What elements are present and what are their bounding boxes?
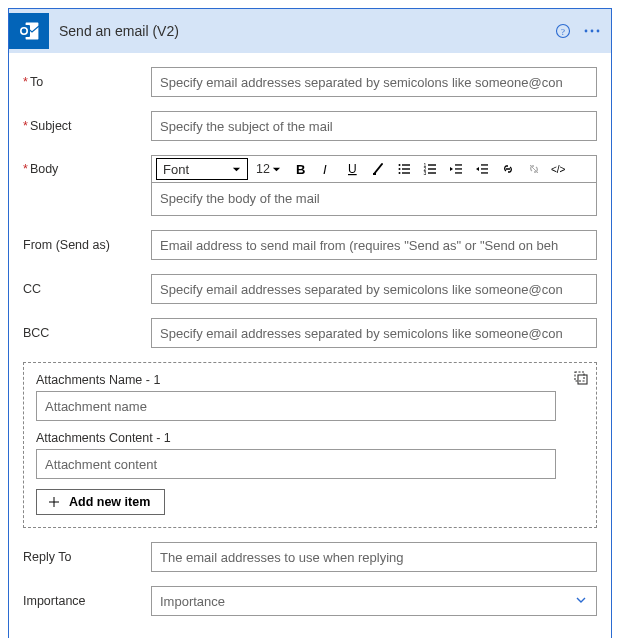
card-header: Send an email (V2) ? (9, 9, 611, 53)
svg-rect-31 (575, 372, 584, 381)
attachment-name-input[interactable] (36, 391, 556, 421)
svg-point-8 (597, 30, 600, 33)
outlook-icon (9, 13, 49, 49)
rich-text-editor: Font 12 B I U 123 (151, 155, 597, 216)
svg-rect-32 (578, 375, 587, 384)
attachments-group: Attachments Name - 1 Attachments Content… (23, 362, 597, 528)
bullet-list-icon[interactable] (393, 158, 415, 180)
link-icon[interactable] (497, 158, 519, 180)
field-from: From (Send as) (23, 230, 597, 260)
field-importance: Importance Importance (23, 586, 597, 616)
italic-icon[interactable]: I (315, 158, 337, 180)
svg-text:3: 3 (423, 170, 426, 176)
svg-rect-17 (402, 172, 410, 173)
label-subject: Subject (23, 112, 151, 140)
add-new-item-button[interactable]: Add new item (36, 489, 165, 515)
help-icon[interactable]: ? (555, 23, 571, 39)
svg-rect-15 (402, 168, 410, 169)
svg-rect-23 (428, 172, 436, 173)
label-importance: Importance (23, 587, 151, 615)
bold-icon[interactable]: B (289, 158, 311, 180)
field-to: To (23, 67, 597, 97)
font-select[interactable]: Font (156, 158, 248, 180)
svg-rect-29 (481, 172, 488, 173)
input-bcc[interactable] (151, 318, 597, 348)
underline-icon[interactable]: U (341, 158, 363, 180)
label-bcc: BCC (23, 319, 151, 347)
svg-point-16 (398, 172, 400, 174)
input-to[interactable] (151, 67, 597, 97)
input-subject[interactable] (151, 111, 597, 141)
svg-rect-25 (455, 168, 462, 169)
svg-point-6 (585, 30, 588, 33)
font-select-label: Font (163, 162, 189, 177)
svg-text:</>: </> (551, 164, 566, 175)
field-replyto: Reply To (23, 542, 597, 572)
attachment-content-input[interactable] (36, 449, 556, 479)
label-replyto: Reply To (23, 543, 151, 571)
svg-point-14 (398, 168, 400, 170)
svg-rect-24 (455, 164, 462, 165)
array-modal-icon[interactable] (574, 371, 588, 388)
svg-rect-13 (402, 164, 410, 165)
svg-rect-28 (481, 168, 488, 169)
font-size-label: 12 (256, 162, 270, 176)
svg-rect-2 (18, 25, 30, 37)
code-view-icon[interactable]: </> (549, 158, 571, 180)
label-body: Body (23, 155, 151, 183)
attachment-content-group: Attachments Content - 1 (36, 431, 584, 479)
chevron-down-icon (574, 593, 588, 610)
attachment-name-label: Attachments Name - 1 (36, 373, 584, 387)
input-from[interactable] (151, 230, 597, 260)
label-from: From (Send as) (23, 231, 151, 259)
label-cc: CC (23, 275, 151, 303)
svg-rect-27 (481, 164, 488, 165)
input-cc[interactable] (151, 274, 597, 304)
editor-toolbar: Font 12 B I U 123 (152, 156, 596, 183)
outdent-icon[interactable] (445, 158, 467, 180)
font-size-select[interactable]: 12 (252, 158, 285, 180)
more-icon[interactable] (583, 23, 601, 39)
importance-select[interactable]: Importance (151, 586, 597, 616)
numbered-list-icon[interactable]: 123 (419, 158, 441, 180)
svg-rect-26 (455, 172, 462, 173)
svg-text:B: B (296, 162, 305, 176)
svg-text:I: I (323, 162, 327, 176)
add-new-item-label: Add new item (69, 495, 150, 509)
svg-rect-19 (428, 164, 436, 165)
attachment-name-group: Attachments Name - 1 (36, 373, 584, 421)
field-body: Body Font 12 B I U 123 (23, 155, 597, 216)
label-to: To (23, 68, 151, 96)
field-cc: CC (23, 274, 597, 304)
svg-rect-21 (428, 168, 436, 169)
send-email-action-card: Send an email (V2) ? To Subject Body Fo (8, 8, 612, 638)
unlink-icon[interactable] (523, 158, 545, 180)
header-actions: ? (555, 23, 601, 39)
svg-point-7 (591, 30, 594, 33)
field-bcc: BCC (23, 318, 597, 348)
card-title: Send an email (V2) (59, 23, 555, 39)
svg-text:?: ? (561, 27, 565, 37)
body-textarea[interactable]: Specify the body of the mail (152, 183, 596, 215)
font-color-icon[interactable] (367, 158, 389, 180)
input-replyto[interactable] (151, 542, 597, 572)
field-subject: Subject (23, 111, 597, 141)
svg-point-12 (398, 164, 400, 166)
card-body: To Subject Body Font 12 B (9, 53, 611, 638)
caret-down-icon (232, 165, 241, 174)
plus-icon (47, 495, 61, 509)
svg-text:U: U (348, 162, 357, 176)
caret-down-icon (272, 165, 281, 174)
attachment-content-label: Attachments Content - 1 (36, 431, 584, 445)
indent-icon[interactable] (471, 158, 493, 180)
importance-placeholder: Importance (160, 594, 225, 609)
